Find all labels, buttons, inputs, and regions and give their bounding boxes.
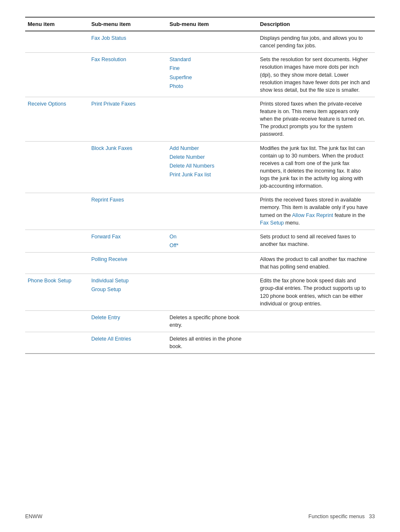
forward-fax-options: On Off* bbox=[169, 233, 253, 249]
sub2-cell bbox=[167, 274, 257, 311]
delete-all-numbers-link[interactable]: Delete All Numbers bbox=[169, 162, 253, 170]
table-row: Fax Resolution Standard Fine Superfine P… bbox=[25, 53, 375, 97]
phone-book-sub-items: Individual Setup Group Setup bbox=[91, 277, 163, 293]
reprint-faxes-link[interactable]: Reprint Faxes bbox=[91, 197, 124, 203]
sub1-cell: Print Private Faxes bbox=[89, 97, 167, 141]
forward-off-link[interactable]: Off* bbox=[169, 242, 253, 249]
description-cell: Displays pending fax jobs, and allows yo… bbox=[257, 31, 375, 53]
description-cell: Prints stored faxes when the private-rec… bbox=[257, 97, 375, 141]
table-row: Polling Receive Allows the product to ca… bbox=[25, 253, 375, 274]
menu-item-cell bbox=[25, 253, 89, 274]
delete-entry-link[interactable]: Delete Entry bbox=[91, 315, 120, 320]
description-cell: Sets product to send all received faxes … bbox=[257, 230, 375, 252]
table-row: Phone Book Setup Individual Setup Group … bbox=[25, 274, 375, 311]
sub1-cell: Delete Entry bbox=[89, 310, 167, 332]
standard-link[interactable]: Standard bbox=[169, 56, 253, 63]
receive-options-link[interactable]: Receive Options bbox=[28, 101, 66, 107]
header-sub1: Sub-menu item bbox=[89, 17, 167, 31]
sub2-cell bbox=[167, 31, 257, 53]
description-cell bbox=[257, 310, 375, 332]
menu-item-cell bbox=[25, 193, 89, 230]
block-junk-faxes-link[interactable]: Block Junk Faxes bbox=[91, 145, 132, 151]
sub2-cell: On Off* bbox=[167, 230, 257, 252]
superfine-link[interactable]: Superfine bbox=[169, 74, 253, 81]
menu-item-cell: Receive Options bbox=[25, 97, 89, 141]
menu-item-cell bbox=[25, 230, 89, 252]
footer-left: ENWW bbox=[25, 514, 42, 519]
header-sub2: Sub-menu item bbox=[167, 17, 257, 31]
resolution-options: Standard Fine Superfine Photo bbox=[169, 56, 253, 90]
table-header-row: Menu item Sub-menu item Sub-menu item De… bbox=[25, 17, 375, 31]
sub2-cell: Standard Fine Superfine Photo bbox=[167, 53, 257, 97]
table-row: Delete All Entries Deletes all entries i… bbox=[25, 332, 375, 354]
page-number: 33 bbox=[369, 514, 375, 519]
table-row: Block Junk Faxes Add Number Delete Numbe… bbox=[25, 141, 375, 193]
menu-item-cell bbox=[25, 31, 89, 53]
fax-setup-link[interactable]: Fax Setup bbox=[260, 220, 284, 226]
description-cell: Edits the fax phone book speed dials and… bbox=[257, 274, 375, 311]
sub1-cell: Reprint Faxes bbox=[89, 193, 167, 230]
sub2-cell bbox=[167, 193, 257, 230]
phone-book-setup-link[interactable]: Phone Book Setup bbox=[28, 278, 71, 284]
menu-item-cell bbox=[25, 141, 89, 193]
sub1-cell: Fax Job Status bbox=[89, 31, 167, 53]
menu-item-cell: Phone Book Setup bbox=[25, 274, 89, 311]
table-row: Fax Job Status Displays pending fax jobs… bbox=[25, 31, 375, 53]
sub1-cell: Block Junk Faxes bbox=[89, 141, 167, 193]
menu-item-cell bbox=[25, 332, 89, 354]
junk-fax-options: Add Number Delete Number Delete All Numb… bbox=[169, 145, 253, 179]
sub2-cell: Deletes all entries in the phone book. bbox=[167, 332, 257, 354]
description-cell: Sets the resolution for sent documents. … bbox=[257, 53, 375, 97]
description-cell bbox=[257, 332, 375, 354]
individual-setup-link[interactable]: Individual Setup bbox=[91, 277, 163, 284]
footer-section-label: Function specific menus bbox=[309, 514, 365, 519]
sub2-cell: Add Number Delete Number Delete All Numb… bbox=[167, 141, 257, 193]
delete-number-link[interactable]: Delete Number bbox=[169, 153, 253, 161]
print-junk-fax-list-link[interactable]: Print Junk Fax list bbox=[169, 171, 253, 178]
menu-item-cell bbox=[25, 310, 89, 332]
polling-receive-link[interactable]: Polling Receive bbox=[91, 256, 127, 262]
menu-item-cell bbox=[25, 53, 89, 97]
add-number-link[interactable]: Add Number bbox=[169, 145, 253, 152]
description-cell: Modifies the junk fax list. The junk fax… bbox=[257, 141, 375, 193]
menu-table: Menu item Sub-menu item Sub-menu item De… bbox=[25, 17, 375, 354]
footer-right: Function specific menus 33 bbox=[309, 514, 375, 519]
fax-resolution-link[interactable]: Fax Resolution bbox=[91, 57, 126, 62]
header-description: Description bbox=[257, 17, 375, 31]
sub1-cell: Fax Resolution bbox=[89, 53, 167, 97]
table-row: Reprint Faxes Prints the received faxes … bbox=[25, 193, 375, 230]
photo-link[interactable]: Photo bbox=[169, 83, 253, 90]
description-cell: Allows the product to call another fax m… bbox=[257, 253, 375, 274]
table-row: Delete Entry Deletes a specific phone bo… bbox=[25, 310, 375, 332]
header-menu-item: Menu item bbox=[25, 17, 89, 31]
sub2-cell: Deletes a specific phone book entry. bbox=[167, 310, 257, 332]
fax-job-status-link[interactable]: Fax Job Status bbox=[91, 35, 126, 41]
table-row: Receive Options Print Private Faxes Prin… bbox=[25, 97, 375, 141]
sub1-cell: Forward Fax bbox=[89, 230, 167, 252]
fine-link[interactable]: Fine bbox=[169, 65, 253, 72]
delete-all-entries-link[interactable]: Delete All Entries bbox=[91, 336, 131, 342]
sub1-cell: Individual Setup Group Setup bbox=[89, 274, 167, 311]
page: Menu item Sub-menu item Sub-menu item De… bbox=[0, 0, 400, 532]
forward-on-link[interactable]: On bbox=[169, 233, 253, 240]
forward-fax-link[interactable]: Forward Fax bbox=[91, 234, 121, 240]
allow-fax-reprint-link[interactable]: Allow Fax Reprint bbox=[292, 212, 333, 218]
description-cell: Prints the received faxes stored in avai… bbox=[257, 193, 375, 230]
print-private-faxes-link[interactable]: Print Private Faxes bbox=[91, 101, 136, 107]
table-row: Forward Fax On Off* Sets product to send… bbox=[25, 230, 375, 252]
page-footer: ENWW Function specific menus 33 bbox=[25, 514, 375, 519]
group-setup-link[interactable]: Group Setup bbox=[91, 286, 163, 293]
sub1-cell: Polling Receive bbox=[89, 253, 167, 274]
sub1-cell: Delete All Entries bbox=[89, 332, 167, 354]
sub2-cell bbox=[167, 97, 257, 141]
sub2-cell bbox=[167, 253, 257, 274]
